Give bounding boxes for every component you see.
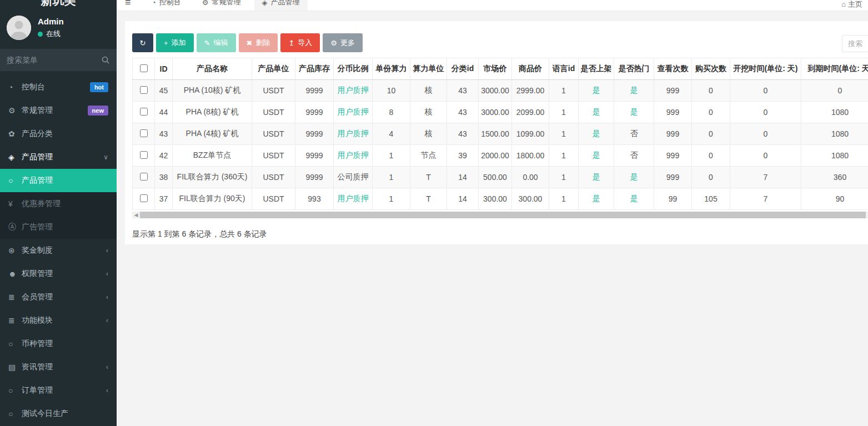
cell-text: T <box>426 194 431 203</box>
cell-text: 0 <box>764 129 768 138</box>
cell-link[interactable]: 是 <box>630 86 638 94</box>
sidebar-item-function-modules[interactable]: ≣功能模块‹ <box>0 309 117 332</box>
home-link[interactable]: ⌂主页 <box>841 0 862 9</box>
cell-link[interactable]: 用户质押 <box>338 129 369 138</box>
chevron-down-icon: ∨ <box>103 153 108 161</box>
sidebar-item-label: 功能模块 <box>22 315 106 325</box>
sidebar-item-order-mgmt[interactable]: ○订单管理‹ <box>0 379 117 402</box>
sidebar-item-news-mgmt[interactable]: ▤资讯管理‹ <box>0 355 117 379</box>
cell-link[interactable]: 是 <box>593 86 600 94</box>
cell-link[interactable]: 是 <box>593 151 600 159</box>
cell-unit-hashrate: 4 <box>373 123 410 145</box>
cell-buy-count: 0 <box>692 80 730 102</box>
plus-icon: + <box>164 39 168 47</box>
cell-unit-hashrate: 1 <box>373 145 410 167</box>
row-checkbox[interactable] <box>140 129 148 137</box>
sidebar-item-test-today-production[interactable]: ○测试今日生产 <box>0 402 117 425</box>
sidebar-item-product-mgmt-sub[interactable]: ○产品管理 <box>0 169 117 192</box>
cell-on-shelf: 是 <box>579 167 614 188</box>
cell-text: 43 <box>458 129 467 138</box>
import-button[interactable]: ↥ 导入 <box>280 33 320 52</box>
cell-link[interactable]: 是 <box>593 107 600 116</box>
cell-text: 43 <box>458 86 467 95</box>
cell-on-shelf: 是 <box>579 102 614 123</box>
cell-text: 999 <box>666 173 679 182</box>
cell-view-count: 99 <box>654 188 692 210</box>
cell-text: USDT <box>263 194 284 203</box>
refresh-button[interactable]: ↻ <box>132 33 153 52</box>
cell-text: 1 <box>561 86 566 95</box>
sidebar-item-ad-mgmt[interactable]: Ⓐ广告管理 <box>0 215 117 239</box>
add-button-label: 添加 <box>172 38 186 48</box>
cell-is-hot: 是 <box>614 167 654 188</box>
sidebar-item-product-mgmt[interactable]: ◈产品管理∨ <box>0 146 117 169</box>
select-all-checkbox[interactable] <box>140 64 148 72</box>
edit-button[interactable]: ✎ 编辑 <box>197 33 236 52</box>
cell-id: 37 <box>155 188 173 210</box>
cell-product-stock: 9999 <box>295 102 334 123</box>
cell-link[interactable]: 用户质押 <box>338 86 369 94</box>
tab-general[interactable]: ⚙常规管理 <box>194 0 249 11</box>
cell-text: 1 <box>561 194 566 203</box>
cell-link[interactable]: 用户质押 <box>338 107 369 116</box>
header-on-shelf: 是否上架 <box>579 58 614 80</box>
cell-checkbox <box>133 167 155 188</box>
table-search-input[interactable] <box>842 35 868 52</box>
cell-language-id: 1 <box>549 167 579 188</box>
header-buy-count: 购买次数 <box>692 58 730 80</box>
row-checkbox[interactable] <box>140 86 148 94</box>
user-status-label: 在线 <box>46 29 61 39</box>
cell-link[interactable]: 用户质押 <box>338 151 369 159</box>
sidebar-item-permission-mgmt[interactable]: ☻权限管理‹ <box>0 262 117 285</box>
tab-strip: ◔控制台⚙常规管理◈产品管理 <box>144 0 313 11</box>
row-checkbox[interactable] <box>140 151 148 159</box>
cell-on-shelf: 是 <box>579 188 614 210</box>
general-tab-icon: ⚙ <box>202 0 209 7</box>
cell-text: 0 <box>709 129 713 138</box>
add-button[interactable]: + 添加 <box>156 33 194 52</box>
cell-link[interactable]: 是 <box>630 172 638 181</box>
sidebar-item-bonus-system[interactable]: ⊛奖金制度‹ <box>0 239 117 262</box>
sidebar-search-input[interactable] <box>0 49 117 71</box>
sidebar-item-dashboard[interactable]: ◔控制台hot <box>0 76 117 99</box>
circle-o-icon: ○ <box>8 339 22 348</box>
cell-view-count: 999 <box>654 102 692 123</box>
row-checkbox[interactable] <box>140 173 148 181</box>
sidebar-item-member-mgmt[interactable]: ≣会员管理‹ <box>0 285 117 309</box>
cell-product-price: 2099.00 <box>512 102 549 123</box>
cell-category-id: 14 <box>447 188 479 210</box>
cell-link[interactable]: 是 <box>593 194 600 203</box>
sidebar-item-coin-mgmt[interactable]: ○币种管理 <box>0 332 117 355</box>
header-product-price: 商品价 <box>512 58 549 80</box>
more-button[interactable]: ⚙ 更多 <box>323 33 363 52</box>
upload-icon: ↥ <box>288 39 294 47</box>
scrollbar-thumb[interactable] <box>140 212 866 218</box>
sidebar-item-label: 测试今日生产 <box>22 409 108 419</box>
cell-hashrate-unit: 核 <box>410 123 447 145</box>
scroll-left-arrow-icon[interactable]: ◀ <box>132 212 140 218</box>
cell-text: 0 <box>709 151 713 160</box>
cell-text: 9999 <box>305 129 323 138</box>
cell-link[interactable]: 用户质押 <box>338 194 369 203</box>
cell-link[interactable]: 是 <box>630 107 638 116</box>
delete-button[interactable]: ✖ 删除 <box>239 33 278 52</box>
tab-product[interactable]: ◈产品管理 <box>254 0 308 11</box>
cell-text: 44 <box>159 108 168 117</box>
header-is-hot: 是否热门 <box>614 58 654 80</box>
row-checkbox[interactable] <box>140 108 148 116</box>
row-checkbox[interactable] <box>140 194 148 202</box>
cell-link[interactable]: 是 <box>630 194 638 203</box>
tab-dashboard[interactable]: ◔控制台 <box>144 0 189 11</box>
cell-link[interactable]: 是 <box>593 129 600 138</box>
header-view-count: 查看次数 <box>654 58 692 80</box>
cell-text: 3000.00 <box>481 86 509 95</box>
table-row: 42BZZ单节点USDT9999用户质押1节点392000.001800.001… <box>133 145 868 167</box>
sidebar-item-coupon-mgmt[interactable]: ¥优惠券管理 <box>0 192 117 215</box>
cell-link[interactable]: 是 <box>593 172 600 181</box>
header-category-id: 分类id <box>447 58 479 80</box>
hamburger-icon[interactable]: ≡ <box>125 0 144 8</box>
cell-checkbox <box>133 145 155 167</box>
sidebar-item-product-category[interactable]: ✿产品分类 <box>0 122 117 146</box>
sidebar-item-general-mgmt[interactable]: ⚙常规管理new <box>0 99 117 122</box>
cell-text: 0 <box>764 86 768 95</box>
